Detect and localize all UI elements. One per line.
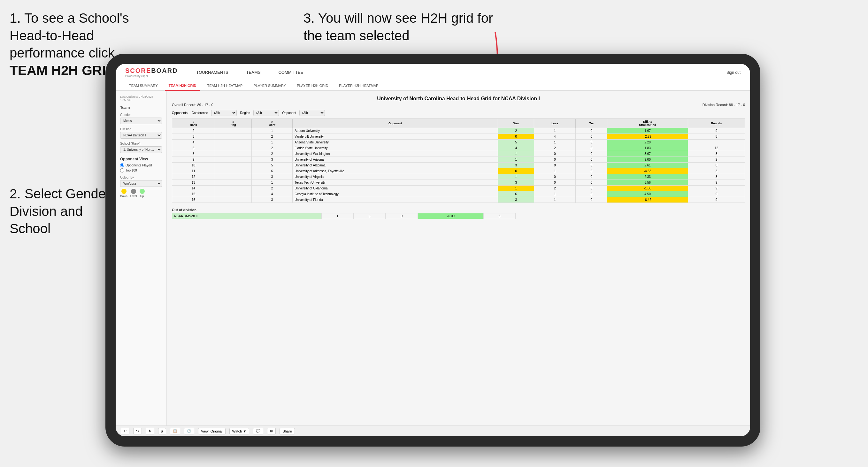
opponent-view-group: Opponents Played Top 100 [120,163,162,173]
cell-rank: 8 [172,151,215,157]
table-row: 16 3 University of Florida 3 1 0 -6.42 9 [172,197,745,203]
out-of-division: Out of division NCAA Division II 1 0 0 2… [172,208,745,219]
cell-rounds: 9 [688,180,745,186]
tablet: SCOREBOARD Powered by clippi TOURNAMENTS… [105,54,760,446]
sidebar-gender-label: Gender [120,113,162,117]
radio-top-100[interactable]: Top 100 [120,168,162,173]
radio-opponents-played[interactable]: Opponents Played [120,163,162,167]
colour-by-select[interactable]: Win/Loss [120,180,162,187]
cell-diff: 3.67 [607,151,688,157]
annotation-2-line3: School [9,221,51,236]
table-row: 12 3 University of Virginia 1 0 0 2.33 3 [172,174,745,180]
sub-nav-player-h2h-grid[interactable]: PLAYER H2H GRID [293,81,332,91]
grid-records: Overall Record: 89 - 17 - 0 Division Rec… [172,103,745,107]
undo-btn[interactable]: ↩ [121,428,129,434]
nav-teams[interactable]: TEAMS [244,69,263,76]
sidebar-division-label: Division [120,127,162,131]
opponent-view-label: Opponent View [120,157,162,161]
cell-rounds: 9 [688,186,745,191]
cell-opponent: Arizona State University [292,139,498,145]
cell-tie: 0 [576,134,607,139]
col-diff: Diff AvStrokes/Rnd [607,119,688,128]
nav-tournaments[interactable]: TOURNAMENTS [194,69,231,76]
cell-win: 1 [498,157,534,163]
legend-up-label: Up [140,194,144,198]
odd-win: 1 [321,213,353,219]
nav-committee[interactable]: COMMITTEE [276,69,306,76]
layout-btn[interactable]: ⊞ [267,428,276,434]
cell-loss: 1 [534,139,576,145]
cell-loss: 2 [534,186,576,191]
cell-diff: 2.61 [607,163,688,168]
sub-nav-player-h2h-heatmap[interactable]: PLAYER H2H HEATMAP [335,81,382,91]
col-conf: #Conf [251,119,292,128]
paste-btn[interactable]: 📋 [170,428,180,434]
annotation-1-text: 1. To see a School's Head-to-Head perfor… [9,10,129,60]
cell-rank: 3 [172,134,215,139]
cell-diff: -6.42 [607,197,688,203]
region-filter[interactable]: (All) [253,110,279,116]
cell-conf: 2 [251,186,292,191]
redo-btn[interactable]: ↪ [133,428,142,434]
view-original-btn[interactable]: View: Original [198,428,225,434]
cell-loss: 4 [534,134,576,139]
cell-opponent: Georgia Institute of Technology [292,191,498,197]
sub-nav-team-h2h-grid[interactable]: TEAM H2H GRID [165,81,200,91]
sidebar-school-select[interactable]: 1. University of Nort... [120,146,162,153]
refresh-btn[interactable]: ↻ [146,428,154,434]
comment-btn[interactable]: 💬 [253,428,263,434]
cell-rank: 15 [172,191,215,197]
share-btn[interactable]: Share [280,428,294,434]
cell-diff: 2.29 [607,139,688,145]
sidebar-division-select[interactable]: NCAA Division I [120,132,162,138]
cell-rounds [688,139,745,145]
table-row: 13 1 Texas Tech University 3 0 0 5.56 9 [172,180,745,186]
sub-nav-player-summary[interactable]: PLAYER SUMMARY [249,81,290,91]
cell-rank: 6 [172,145,215,151]
cell-rank: 10 [172,163,215,168]
cell-rounds: 3 [688,174,745,180]
cell-win: 1 [498,186,534,191]
sign-out[interactable]: Sign out [726,70,741,75]
region-label: Region [240,111,250,115]
cell-conf: 5 [251,163,292,168]
annotation-3: 3. You will now see H2H grid for the tea… [304,9,502,44]
cell-rounds: 9 [688,197,745,203]
col-rank: #Rank [172,119,215,128]
opponent-filter[interactable]: (All) [299,110,325,116]
cell-opponent: Florida State University [292,145,498,151]
colour-legend: Down Level Up [120,189,162,198]
cell-diff: 9.00 [607,157,688,163]
nav-bar: SCOREBOARD Powered by clippi TOURNAMENTS… [116,64,750,81]
cell-diff: 1.83 [607,145,688,151]
cell-reg [215,157,252,163]
cell-diff: -1.00 [607,186,688,191]
cell-opponent: Vanderbilt University [292,134,498,139]
cell-loss: 0 [534,151,576,157]
cell-reg [215,180,252,186]
cell-win: 0 [498,134,534,139]
cell-diff: 2.33 [607,174,688,180]
cell-diff: 4.50 [607,191,688,197]
clock-btn[interactable]: 🕐 [184,428,194,434]
out-of-division-table: NCAA Division II 1 0 0 26.00 3 [172,213,516,219]
table-row: 4 1 Arizona State University 5 1 0 2.29 [172,139,745,145]
sidebar-gender-select[interactable]: Men's [120,118,162,124]
col-loss: Loss [534,119,576,128]
watch-btn[interactable]: Watch ▼ [229,428,249,434]
cell-win: 4 [498,145,534,151]
cell-tie: 0 [576,180,607,186]
cell-rank: 9 [172,157,215,163]
sub-nav-team-h2h-heatmap[interactable]: TEAM H2H HEATMAP [203,81,246,91]
colour-by-label: Colour by [120,176,162,179]
col-opponent: Opponent [292,119,498,128]
cell-opponent: University of Oklahoma [292,186,498,191]
view-original-label: View: Original [201,429,223,433]
cell-reg [215,139,252,145]
cell-rank: 2 [172,128,215,134]
filter-row: Opponents: Conference (All) Region (All)… [172,110,745,116]
legend-down-dot [121,189,126,194]
copy-btn[interactable]: ⎘ [158,428,166,434]
conference-filter[interactable]: (All) [211,110,237,116]
sub-nav-team-summary[interactable]: TEAM SUMMARY [125,81,162,91]
